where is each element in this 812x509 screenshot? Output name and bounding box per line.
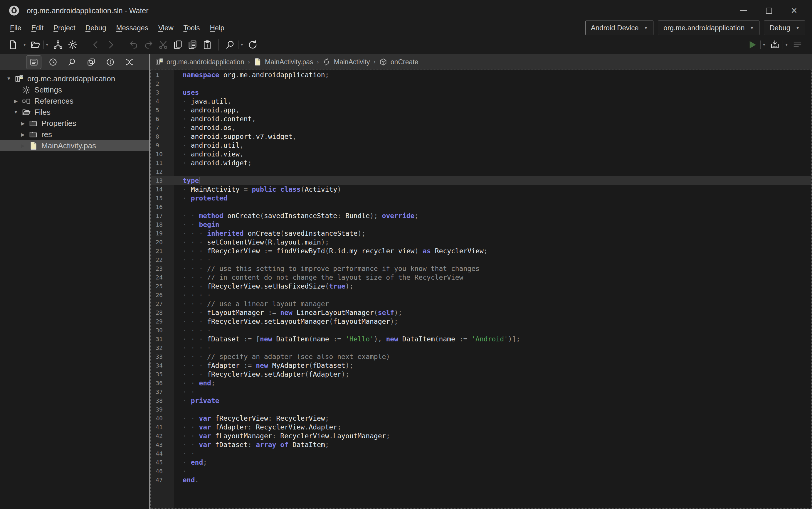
chevron-down-icon[interactable]: ▾ — [45, 42, 51, 47]
code-line-16[interactable]: 16 — [151, 203, 811, 211]
code-line-38[interactable]: 38· private — [151, 396, 811, 405]
menu-help[interactable]: Help — [205, 24, 229, 32]
code-line-37[interactable]: 37· · — [151, 387, 811, 396]
breadcrumb-item-oncreate[interactable]: onCreate — [379, 58, 419, 66]
tree-expander-icon[interactable]: ▶ — [11, 98, 21, 104]
sidebar-tab-search[interactable] — [64, 56, 79, 69]
code-line-25[interactable]: 25· · · fRecyclerView.setHasFixedSize(tr… — [151, 282, 811, 291]
refresh-button[interactable] — [246, 37, 260, 52]
code-editor[interactable]: 1namespace org.me.androidapplication;23u… — [150, 70, 812, 509]
code-line-44[interactable]: 44· · — [151, 449, 811, 458]
code-line-5[interactable]: 5· android.app, — [151, 106, 811, 114]
code-line-7[interactable]: 7· android.os, — [151, 123, 811, 132]
code-line-2[interactable]: 2 — [151, 79, 811, 88]
code-line-13[interactable]: 13type — [151, 176, 811, 185]
code-line-33[interactable]: 33· · · // specify an adapter (see also … — [151, 352, 811, 361]
code-line-24[interactable]: 24· · · // in content do not change the … — [151, 273, 811, 282]
code-line-40[interactable]: 40· · var fRecyclerView: RecyclerView; — [151, 414, 811, 423]
menu-messages[interactable]: Messages — [111, 24, 153, 32]
deploy-button[interactable] — [767, 37, 782, 52]
code-line-1[interactable]: 1namespace org.me.androidapplication; — [151, 70, 811, 79]
undo-button[interactable] — [126, 37, 141, 52]
run-button[interactable] — [745, 37, 760, 52]
new-file-button[interactable] — [6, 37, 20, 52]
menu-project[interactable]: Project — [48, 24, 80, 32]
chevron-down-icon[interactable]: ▾ — [784, 42, 790, 47]
code-line-22[interactable]: 22· · · · — [151, 256, 811, 264]
code-line-23[interactable]: 23· · · // use this setting to improve p… — [151, 264, 811, 273]
chevron-down-icon[interactable]: ▾ — [240, 42, 246, 47]
code-line-47[interactable]: 47end. — [151, 476, 811, 484]
tree-item-mainactivity-pas[interactable]: ▶MainActivity.pas — [0, 140, 149, 151]
menu-edit[interactable]: Edit — [26, 24, 48, 32]
build-configuration-selector[interactable]: Debug ▼ — [764, 21, 805, 35]
code-line-29[interactable]: 29· · · fRecyclerView.setLayoutManager(f… — [151, 317, 811, 326]
breadcrumb-item-org-me-androidapplication[interactable]: org.me.androidapplication — [155, 58, 244, 66]
copy-button[interactable] — [170, 37, 185, 52]
sidebar-tab-windows[interactable] — [84, 56, 99, 69]
menu-view[interactable]: View — [153, 24, 178, 32]
sidebar-tab-explorer[interactable] — [26, 56, 41, 69]
tree-item-settings[interactable]: Settings — [0, 84, 149, 95]
tree-expander-icon[interactable]: ▶ — [18, 143, 28, 148]
code-line-19[interactable]: 19· · · inherited onCreate(savedInstance… — [151, 229, 811, 238]
code-line-9[interactable]: 9· android.util, — [151, 141, 811, 150]
tree-expander-icon[interactable]: ▼ — [4, 76, 14, 81]
redo-button[interactable] — [141, 37, 156, 52]
cut-button[interactable] — [156, 37, 170, 52]
chevron-down-icon[interactable]: ▾ — [762, 42, 768, 47]
menu-tools[interactable]: Tools — [178, 24, 205, 32]
code-line-35[interactable]: 35· · · fRecyclerView.setAdapter(fAdapte… — [151, 370, 811, 379]
open-folder-button[interactable] — [28, 37, 43, 52]
code-line-3[interactable]: 3uses — [151, 88, 811, 97]
code-line-43[interactable]: 43· · var fDataset: array of DataItem; — [151, 440, 811, 449]
code-line-42[interactable]: 42· · var fLayoutManager: RecyclerView.L… — [151, 432, 811, 440]
code-line-41[interactable]: 41· · var fAdapter: RecyclerView.Adapter… — [151, 423, 811, 432]
code-line-30[interactable]: 30· · · · — [151, 326, 811, 335]
code-line-39[interactable]: 39 — [151, 405, 811, 414]
code-line-45[interactable]: 45· end; — [151, 458, 811, 467]
duplicate-button[interactable] — [185, 37, 200, 52]
code-line-21[interactable]: 21· · · fRecyclerView := findViewById(R.… — [151, 246, 811, 256]
search-button[interactable] — [223, 37, 237, 52]
code-line-27[interactable]: 27· · · // use a linear layout manager — [151, 299, 811, 308]
tree-item-org-me-androidapplication[interactable]: ▼org.me.androidapplication — [0, 73, 149, 84]
menu-debug[interactable]: Debug — [80, 24, 111, 32]
code-line-36[interactable]: 36· · end; — [151, 379, 811, 387]
tree-expander-icon[interactable]: ▶ — [18, 121, 28, 126]
breadcrumb-item-mainactivity[interactable]: MainActivity — [322, 58, 370, 66]
tree-item-references[interactable]: ▶References — [0, 95, 149, 107]
code-line-20[interactable]: 20· · · setContentView(R.layout.main); — [151, 238, 811, 246]
breadcrumb-item-mainactivity-pas[interactable]: MainActivity.pas — [254, 58, 313, 66]
maximize-button[interactable] — [764, 5, 774, 16]
tree-item-properties[interactable]: ▶Properties — [0, 118, 149, 129]
tree-item-files[interactable]: ▼Files — [0, 107, 149, 118]
code-line-32[interactable]: 32· · · · — [151, 343, 811, 352]
code-line-10[interactable]: 10· android.view, — [151, 150, 811, 159]
device-selector[interactable]: Android Device ▼ — [585, 21, 654, 35]
overflow-menu-button[interactable] — [790, 37, 805, 52]
navigate-forward-button[interactable] — [103, 37, 118, 52]
sidebar-tab-history[interactable] — [45, 56, 61, 69]
code-line-28[interactable]: 28· · · fLayoutManager := new LinearLayo… — [151, 308, 811, 317]
navigate-back-button[interactable] — [88, 37, 103, 52]
code-line-12[interactable]: 12 — [151, 167, 811, 176]
code-line-46[interactable]: 46· — [151, 467, 811, 476]
code-line-8[interactable]: 8· android.support.v7.widget, — [151, 132, 811, 141]
settings-gear-button[interactable] — [65, 37, 80, 52]
tree-item-res[interactable]: ▶res — [0, 129, 149, 140]
sidebar-tab-errors[interactable] — [102, 56, 118, 69]
code-line-15[interactable]: 15· protected — [151, 194, 811, 203]
close-button[interactable]: × — [789, 5, 800, 16]
code-line-17[interactable]: 17· · method onCreate(savedInstanceState… — [151, 211, 811, 220]
sidebar-tab-types[interactable] — [122, 56, 137, 69]
chevron-down-icon[interactable]: ▾ — [22, 42, 28, 47]
project-selector[interactable]: org.me.androidapplication ▼ — [658, 21, 759, 35]
code-line-6[interactable]: 6· android.content, — [151, 114, 811, 123]
menu-file[interactable]: File — [5, 24, 26, 32]
code-line-26[interactable]: 26· · · · — [151, 291, 811, 299]
code-line-18[interactable]: 18· · begin — [151, 220, 811, 229]
minimize-button[interactable] — [738, 5, 749, 16]
code-line-31[interactable]: 31· · · fDataset := [new DataItem(name :… — [151, 335, 811, 343]
paste-button[interactable] — [200, 37, 215, 52]
